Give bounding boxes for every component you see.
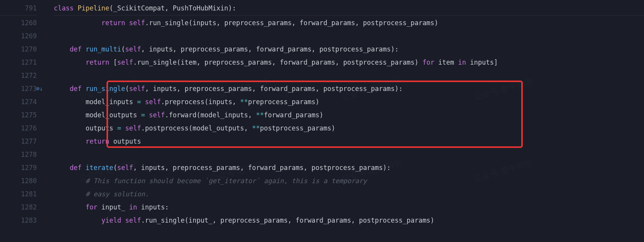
keyword-self: self bbox=[125, 45, 141, 53]
operator: ** bbox=[256, 111, 264, 119]
code-text: .preprocess(inputs, bbox=[161, 98, 240, 106]
indent bbox=[54, 98, 86, 106]
space bbox=[141, 98, 145, 106]
code-line: def run_multi(self, inputs, preprocess_p… bbox=[54, 43, 644, 56]
line-number: 1273 ⊚↓ bbox=[0, 82, 37, 95]
keyword-for: for bbox=[86, 203, 98, 211]
code-text: inputs: bbox=[137, 203, 169, 211]
code-text: item bbox=[434, 58, 458, 66]
code-area[interactable]: class Pipeline(_ScikitCompat, PushToHubM… bbox=[45, 0, 644, 242]
code-line-blank bbox=[54, 69, 644, 82]
space bbox=[121, 124, 125, 132]
line-number: 1281 bbox=[0, 187, 37, 201]
code-text: model_outputs bbox=[86, 111, 141, 119]
line-number: 1278 bbox=[0, 148, 37, 161]
code-text: .run_single(input_, preprocess_params, f… bbox=[141, 216, 434, 224]
keyword-self: self bbox=[129, 85, 145, 93]
code-text: input_ bbox=[98, 203, 129, 211]
code-line: return self.run_single(inputs, preproces… bbox=[54, 16, 644, 29]
indent bbox=[54, 124, 86, 132]
line-number: 1280 bbox=[0, 174, 37, 187]
operator: = bbox=[137, 98, 141, 106]
line-number: 1272 bbox=[0, 69, 37, 82]
line-number-gutter: 791 1268 1269 1270 1271 1272 1273 ⊚↓ 127… bbox=[0, 0, 45, 242]
class-name: Pipeline bbox=[77, 4, 109, 12]
line-number: 1275 bbox=[0, 108, 37, 122]
code-line: # This function should become `get_itera… bbox=[54, 174, 644, 187]
indent bbox=[54, 111, 86, 119]
line-number: 1268 bbox=[0, 16, 37, 29]
code-text: forward_params) bbox=[264, 111, 324, 119]
keyword-self: self bbox=[125, 216, 141, 224]
line-number: 1282 bbox=[0, 201, 37, 214]
code-text: (_ScikitCompat, PushToHubMixin): bbox=[109, 4, 236, 12]
line-number: 791 bbox=[0, 2, 37, 15]
function-name: run_single bbox=[86, 85, 125, 93]
code-text: , inputs, preprocess_params, forward_par… bbox=[141, 45, 398, 53]
keyword-class: class bbox=[54, 4, 77, 12]
code-line: return [self.run_single(item, preprocess… bbox=[54, 56, 644, 69]
keyword-def: def bbox=[70, 45, 86, 53]
keyword-self: self bbox=[129, 19, 145, 27]
code-text: ( bbox=[113, 164, 117, 172]
operator: = bbox=[117, 124, 121, 132]
code-text: .postprocess(model_outputs, bbox=[141, 124, 252, 132]
code-text: ( bbox=[125, 85, 129, 93]
keyword-self: self bbox=[149, 111, 165, 119]
indent bbox=[54, 85, 70, 93]
code-text: preprocess_params) bbox=[248, 98, 319, 106]
indent bbox=[54, 137, 86, 145]
line-number: 1277 bbox=[0, 135, 37, 148]
operator: = bbox=[141, 111, 145, 119]
keyword-return: return bbox=[86, 58, 113, 66]
code-line: class Pipeline(_ScikitCompat, PushToHubM… bbox=[54, 2, 644, 15]
code-text: .run_single(item, preprocess_params, for… bbox=[133, 58, 422, 66]
indent bbox=[54, 19, 101, 27]
indent bbox=[54, 45, 70, 53]
keyword-def: def bbox=[70, 85, 86, 93]
code-line: # easy solution. bbox=[54, 187, 644, 201]
indent bbox=[54, 177, 86, 185]
code-text: .forward(model_inputs, bbox=[165, 111, 256, 119]
comment: # This function should become `get_itera… bbox=[86, 177, 367, 185]
keyword-in: in bbox=[129, 203, 137, 211]
code-line: def run_single(self, inputs, preprocess_… bbox=[54, 82, 644, 95]
code-line: outputs = self.postprocess(model_outputs… bbox=[54, 122, 644, 135]
line-number-text: 1273 bbox=[21, 85, 37, 93]
indent bbox=[54, 164, 70, 172]
implement-method-icon[interactable]: ⊚↓ bbox=[36, 82, 43, 95]
line-number: 1274 bbox=[0, 95, 37, 108]
code-line: for input_ in inputs: bbox=[54, 201, 644, 214]
code-line: model_outputs = self.forward(model_input… bbox=[54, 108, 644, 122]
code-line: model_inputs = self.preprocess(inputs, *… bbox=[54, 95, 644, 108]
keyword-self: self bbox=[145, 98, 161, 106]
operator: ** bbox=[240, 98, 248, 106]
keyword-return: return bbox=[101, 19, 129, 27]
code-line-blank bbox=[54, 148, 644, 161]
code-text: ( bbox=[121, 45, 125, 53]
operator: ** bbox=[252, 124, 260, 132]
code-text: outputs bbox=[113, 137, 141, 145]
indent bbox=[54, 190, 86, 198]
code-line: def iterate(self, inputs, preprocess_par… bbox=[54, 161, 644, 174]
line-number: 1283 bbox=[0, 214, 37, 227]
code-line: return outputs bbox=[54, 135, 644, 148]
comment: # easy solution. bbox=[86, 190, 149, 198]
code-text: model_inputs bbox=[86, 98, 137, 106]
code-text: postprocess_params) bbox=[260, 124, 335, 132]
code-text: [ bbox=[113, 58, 117, 66]
code-text: , inputs, preprocess_params, forward_par… bbox=[145, 85, 402, 93]
function-name: iterate bbox=[86, 164, 113, 172]
line-number: 1279 bbox=[0, 161, 37, 174]
keyword-for: for bbox=[422, 58, 434, 66]
code-text: .run_single(inputs, preprocess_params, f… bbox=[145, 19, 438, 27]
code-editor[interactable]: 791 1268 1269 1270 1271 1272 1273 ⊚↓ 127… bbox=[0, 0, 644, 242]
keyword-in: in bbox=[458, 58, 466, 66]
code-line: yield self.run_single(input_, preprocess… bbox=[54, 214, 644, 227]
line-number: 1269 bbox=[0, 29, 37, 43]
line-number: 1270 bbox=[0, 43, 37, 56]
keyword-self: self bbox=[125, 124, 141, 132]
keyword-yield: yield bbox=[101, 216, 125, 224]
indent bbox=[54, 203, 86, 211]
line-number: 1276 bbox=[0, 122, 37, 135]
